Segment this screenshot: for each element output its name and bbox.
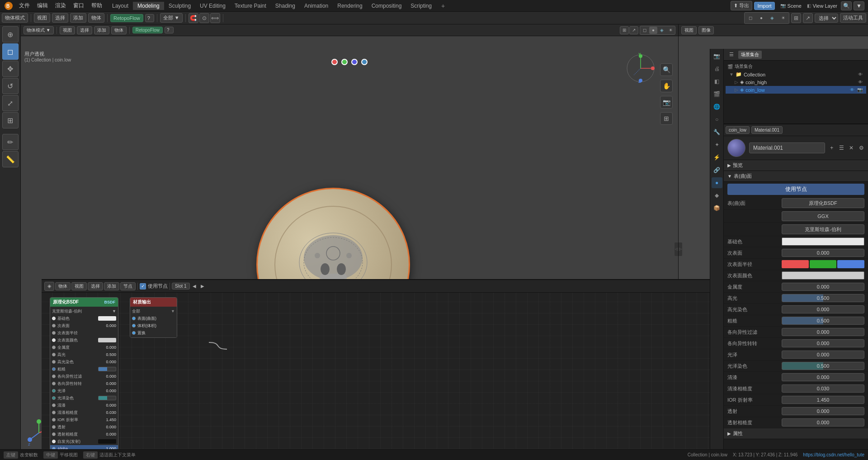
new-material-btn[interactable]: +	[829, 143, 835, 153]
retopo-flow-btn[interactable]: RetopoFlow	[110, 14, 143, 22]
prop-sheen-tint-slider[interactable]: 0.500	[782, 362, 864, 370]
object-mode-selector[interactable]: 物体模式	[2, 13, 28, 23]
node-distribution-row[interactable]: 克里斯坦森-伯利 ▼	[50, 308, 118, 315]
filter-icon[interactable]: ▼	[854, 1, 864, 10]
uv-panel-collapse[interactable]: ▷	[679, 242, 682, 256]
ss-radius-g[interactable]	[810, 260, 837, 268]
object-btn[interactable]: 物体	[88, 13, 104, 23]
collection-vis-icon[interactable]: 👁	[858, 72, 863, 77]
panel-collapse-handle[interactable]: ◁	[675, 242, 678, 256]
ss-radius-b[interactable]	[837, 260, 864, 268]
object-vp-btn[interactable]: 物体	[111, 26, 127, 34]
overlay-btn[interactable]: ⊞	[791, 13, 801, 23]
camera-gizmo[interactable]: 📷	[660, 96, 673, 109]
node-aniso-rotate-row[interactable]: 各向异性转转 0.000	[50, 380, 118, 387]
view-layer-props-icon[interactable]: ◧	[712, 76, 722, 87]
prop-roughness-slider[interactable]: 0.500	[782, 317, 864, 325]
tab-texture-paint[interactable]: Texture Paint	[230, 2, 271, 10]
scene-props-icon[interactable]: 🎬	[712, 89, 722, 100]
node-specular-row[interactable]: 高光 0.500	[50, 351, 118, 358]
tab-scripting[interactable]: Scripting	[406, 2, 436, 10]
select-vp-btn[interactable]: 选择	[77, 26, 92, 34]
grid-gizmo[interactable]: ⊞	[660, 112, 673, 125]
menu-help[interactable]: 帮助	[88, 1, 106, 10]
tab-shading[interactable]: Shading	[271, 2, 300, 10]
hierarchy-item-coin-high[interactable]: ▷ ◈ coin_high 👁	[726, 78, 866, 86]
prop-sheen-slider[interactable]: 0.000	[782, 351, 864, 359]
prop-base-color-swatch[interactable]	[782, 237, 864, 246]
node-add-btn[interactable]: 添加	[104, 282, 119, 290]
material-shading-btn[interactable]: ◈	[767, 13, 777, 23]
base-color-swatch[interactable]	[98, 316, 116, 321]
rotate-tool-btn[interactable]: ↺	[2, 78, 19, 94]
view-btn[interactable]: 视图	[34, 13, 50, 23]
use-nodes-checkbox[interactable]: ✓	[140, 283, 146, 289]
view-vp-btn[interactable]: 视图	[60, 26, 75, 34]
emission-color-swatch[interactable]	[98, 439, 116, 444]
distribution-selector[interactable]: 克里斯坦森-伯利	[782, 224, 864, 234]
select-mode-dropdown[interactable]: 选择	[815, 14, 838, 23]
vp-wireframe-btn[interactable]: ◻	[641, 27, 649, 34]
node-select-btn[interactable]: 选择	[88, 282, 103, 290]
add-btn[interactable]: 添加	[70, 13, 86, 23]
tab-modeling[interactable]: Modeling	[133, 2, 164, 10]
prop-clearcoat-slider[interactable]: 0.000	[782, 373, 864, 381]
export-btn[interactable]: ⬆ 导出	[731, 1, 752, 10]
vp-material-btn[interactable]: ◈	[658, 27, 666, 34]
remove-material-btn[interactable]: ✕	[849, 143, 855, 153]
snap-icon[interactable]: 🧲	[189, 13, 198, 23]
attributes-expand-icon[interactable]: ▶	[727, 431, 731, 436]
node-sheen-row[interactable]: 光泽 0.000	[50, 387, 118, 394]
use-nodes-main-btn[interactable]: 使用节点	[727, 184, 864, 195]
ggx-selector[interactable]: GGX	[782, 211, 864, 221]
surface-type-selector[interactable]: 原理化BSDF	[782, 198, 864, 208]
node-object-btn[interactable]: 物体	[55, 282, 71, 290]
zoom-in-gizmo[interactable]: 🔍	[660, 63, 673, 76]
slot-next-btn[interactable]: ▶	[199, 282, 206, 290]
vp-overlay-icon[interactable]: ⊞	[620, 26, 629, 34]
tab-uv-editing[interactable]: UV Editing	[195, 2, 230, 10]
add-vp-btn[interactable]: 添加	[94, 26, 109, 34]
outliner-tab[interactable]: 场景集合	[738, 51, 762, 59]
rendered-shading-btn[interactable]: ☀	[778, 13, 788, 23]
menu-file[interactable]: 文件	[15, 1, 33, 10]
prop-trans-rough-slider[interactable]: 0.000	[782, 418, 864, 427]
slot-prev-btn[interactable]: ◀	[191, 282, 198, 290]
prop-cc-rough-slider[interactable]: 0.030	[782, 384, 864, 393]
material-settings-icon[interactable]: ⚙	[858, 143, 864, 153]
pan-gizmo[interactable]: ✋	[660, 80, 673, 92]
physics-props-icon[interactable]: ⚡	[712, 152, 722, 163]
tab-sculpting[interactable]: Sculpting	[164, 2, 195, 10]
output-props-icon[interactable]: 🖨	[712, 63, 722, 74]
surface-expand-icon[interactable]: ▼	[727, 174, 732, 179]
node-subsurface-radius-row[interactable]: 次表面半径	[50, 329, 118, 337]
object-props-icon[interactable]: ○	[712, 114, 722, 125]
import-btn[interactable]: Import	[754, 2, 774, 10]
node-clearcoat-rough-row[interactable]: 清漆相糙度 0.030	[50, 409, 118, 416]
blog-link[interactable]: https://blog.csdn.net/hello_tute	[803, 452, 864, 457]
measure-tool-btn[interactable]: 📏	[2, 151, 19, 167]
vp-help-btn[interactable]: ?	[165, 27, 174, 33]
object-mode-vp-btn[interactable]: 物体模式 ▼	[24, 26, 54, 34]
world-props-icon[interactable]: 🌐	[712, 101, 722, 112]
prop-metallic-slider[interactable]: 0.000	[782, 283, 864, 291]
select-btn[interactable]: 选择	[52, 13, 68, 23]
uv-image-btn[interactable]: 图像	[698, 26, 714, 34]
vp-solid-btn[interactable]: ●	[649, 27, 657, 34]
node-editor-type-icon[interactable]: ◈	[44, 282, 54, 291]
hierarchy-item-coin-low[interactable]: ▷ ◈ coin_low 👁 📷	[726, 86, 866, 94]
menu-window[interactable]: 窗口	[70, 1, 88, 10]
gizmo-btn[interactable]: ↗	[803, 13, 813, 23]
nav-orb-container[interactable]: X Y Z	[625, 52, 656, 85]
obj-name-field[interactable]: coin_low	[726, 126, 750, 134]
mirror-icon[interactable]: ⟺	[210, 13, 220, 23]
z-handle[interactable]	[351, 59, 358, 65]
solid-shading-btn[interactable]: ●	[756, 13, 766, 23]
uniform-handle[interactable]	[361, 59, 368, 65]
move-tool-btn[interactable]: ✥	[2, 61, 19, 77]
mat-name-field-top[interactable]: Material.001	[751, 126, 783, 134]
x-handle[interactable]	[331, 59, 338, 65]
subsurface-color-swatch[interactable]	[98, 338, 116, 342]
uv-view-btn[interactable]: 视图	[681, 26, 697, 34]
hierarchy-item-collection[interactable]: ▼ 📁 Collection 👁	[726, 71, 866, 78]
